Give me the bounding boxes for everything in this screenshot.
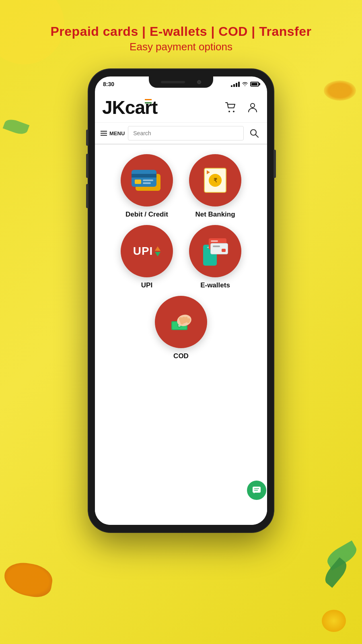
payment-item-ewallets[interactable]: E-wallets bbox=[189, 225, 241, 289]
cod-label: COD bbox=[173, 352, 189, 360]
deco-fruit bbox=[322, 610, 346, 632]
net-banking-circle: ₹ bbox=[189, 154, 241, 206]
user-button[interactable] bbox=[245, 100, 260, 115]
phone-mockup: 8:30 bbox=[0, 69, 362, 532]
silent-button bbox=[86, 130, 88, 146]
payment-row-1: Debit / Credit ₹ Net Ba bbox=[103, 154, 259, 219]
phone-notch bbox=[149, 76, 213, 88]
signal-icon bbox=[231, 82, 240, 87]
app-header: JKcart bbox=[95, 92, 267, 123]
promo-text-block: Prepaid cards | E-wallets | COD | Transf… bbox=[0, 0, 362, 61]
svg-point-1 bbox=[233, 111, 234, 112]
svg-point-2 bbox=[251, 103, 255, 107]
payment-item-debit-credit[interactable]: Debit / Credit bbox=[121, 154, 173, 219]
hamburger-icon bbox=[101, 131, 107, 136]
menu-label: MENU bbox=[109, 130, 125, 136]
app-screen: JKcart bbox=[95, 92, 267, 525]
upi-circle: UPI bbox=[121, 225, 173, 277]
debit-credit-icon bbox=[131, 169, 163, 192]
phone-body: 8:30 bbox=[88, 69, 274, 532]
menu-button[interactable]: MENU bbox=[101, 130, 125, 136]
net-banking-label: Net Banking bbox=[195, 211, 235, 219]
payment-options-grid: Debit / Credit ₹ Net Ba bbox=[95, 144, 267, 525]
ewallets-label: E-wallets bbox=[200, 281, 230, 289]
payment-item-upi[interactable]: UPI UPI bbox=[121, 225, 173, 289]
payment-row-2: UPI UPI bbox=[103, 225, 259, 289]
status-icons bbox=[231, 81, 259, 87]
volume-down-button bbox=[86, 184, 88, 208]
search-input[interactable] bbox=[128, 126, 244, 140]
upi-label: UPI bbox=[141, 281, 152, 289]
battery-icon bbox=[250, 82, 259, 87]
cod-icon bbox=[165, 306, 197, 338]
nav-bar: MENU bbox=[95, 123, 267, 144]
net-banking-icon: ₹ bbox=[201, 166, 229, 194]
header-actions bbox=[224, 100, 260, 115]
status-time: 8:30 bbox=[103, 81, 114, 87]
wifi-icon bbox=[242, 81, 248, 87]
debit-credit-circle bbox=[121, 154, 173, 206]
cart-button[interactable] bbox=[224, 100, 238, 115]
debit-credit-label: Debit / Credit bbox=[125, 211, 168, 219]
ewallets-circle bbox=[189, 225, 241, 277]
payment-row-3: COD bbox=[103, 296, 259, 360]
power-button bbox=[274, 150, 276, 178]
ewallets-icon bbox=[201, 237, 230, 266]
promo-title: Prepaid cards | E-wallets | COD | Transf… bbox=[0, 24, 362, 39]
phone-speaker bbox=[161, 81, 185, 83]
promo-subtitle: Easy payment options bbox=[0, 41, 362, 53]
app-logo: JKcart bbox=[102, 97, 157, 118]
phone-camera bbox=[197, 80, 201, 84]
payment-item-net-banking[interactable]: ₹ Net Banking bbox=[189, 154, 241, 219]
search-button[interactable] bbox=[247, 126, 261, 140]
payment-item-cod[interactable]: COD bbox=[155, 296, 207, 360]
volume-up-button bbox=[86, 154, 88, 178]
upi-icon: UPI bbox=[133, 245, 161, 258]
float-message-button[interactable] bbox=[247, 481, 266, 500]
svg-point-0 bbox=[228, 111, 230, 112]
cod-circle bbox=[155, 296, 207, 348]
